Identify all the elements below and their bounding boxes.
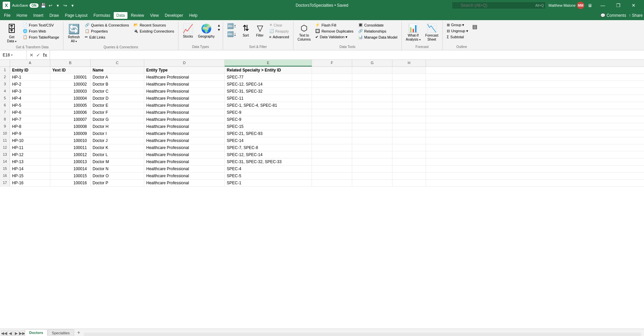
- sort-za-button[interactable]: 🔤↓: [225, 30, 238, 38]
- cancel-formula-icon[interactable]: ✕: [29, 52, 34, 58]
- advanced-button[interactable]: ≡ Advanced: [267, 34, 291, 40]
- cell-8-e[interactable]: SPEC-9: [225, 116, 312, 123]
- cell-13-h[interactable]: [392, 151, 426, 158]
- confirm-formula-icon[interactable]: ✓: [36, 52, 41, 58]
- what-if-button[interactable]: 📊 What-IfAnalysis ▾: [404, 22, 423, 43]
- cell-10-f[interactable]: [312, 130, 352, 137]
- cell-12-e[interactable]: SPEC-7, SPEC-8: [225, 144, 312, 151]
- cell-2-e[interactable]: SPEC-77: [225, 74, 312, 81]
- cell-9-b[interactable]: 100008: [50, 123, 91, 130]
- col-header-e[interactable]: E: [225, 60, 312, 66]
- row-num-8[interactable]: 8: [0, 116, 10, 123]
- cell-10-d[interactable]: Healthcare Professional: [144, 130, 225, 137]
- cell-3-g[interactable]: [352, 81, 392, 88]
- cell-16-g[interactable]: [352, 173, 392, 179]
- redo-icon[interactable]: ↪: [63, 3, 68, 8]
- row-num-13[interactable]: 13: [0, 151, 10, 158]
- cell-12-h[interactable]: [392, 144, 426, 151]
- cell-15-a[interactable]: HP-14: [10, 165, 50, 172]
- cell-1-c[interactable]: Name: [91, 67, 144, 74]
- cell-9-a[interactable]: HP-8: [10, 123, 50, 130]
- cell-5-d[interactable]: Healthcare Professional: [144, 95, 225, 102]
- cell-10-e[interactable]: SPEC-21, SPEC-93: [225, 130, 312, 137]
- cell-3-a[interactable]: HP-2: [10, 81, 50, 88]
- cell-7-g[interactable]: [352, 109, 392, 116]
- cell-15-d[interactable]: Healthcare Professional: [144, 165, 225, 172]
- cell-3-c[interactable]: Doctor B: [91, 81, 144, 88]
- edit-links-button[interactable]: ✏ Edit Links: [83, 34, 131, 40]
- cell-3-d[interactable]: Healthcare Professional: [144, 81, 225, 88]
- row-num-9[interactable]: 9: [0, 123, 10, 130]
- insert-function-icon[interactable]: fx: [42, 52, 48, 58]
- cell-15-f[interactable]: [312, 165, 352, 172]
- remove-duplicates-button[interactable]: 🔲 Remove Duplicates: [313, 28, 355, 34]
- cell-15-h[interactable]: [392, 165, 426, 172]
- outline-expand-button[interactable]: ▤: [471, 22, 479, 31]
- search-wrapper[interactable]: 🔍 Alt+Q: [452, 2, 546, 9]
- existing-connections-button[interactable]: 🔌 Existing Connections: [131, 28, 176, 34]
- cell-4-e[interactable]: SPEC-31, SPEC-32: [225, 88, 312, 95]
- row-num-11[interactable]: 11: [0, 137, 10, 144]
- cell-8-a[interactable]: HP-7: [10, 116, 50, 123]
- cell-6-b[interactable]: 100005: [50, 102, 91, 109]
- cell-9-d[interactable]: Healthcare Professional: [144, 123, 225, 130]
- row-num-15[interactable]: 15: [0, 165, 10, 172]
- cell-16-b[interactable]: 100015: [50, 173, 91, 179]
- cell-1-e[interactable]: Related Specialty > Entity ID: [225, 67, 312, 74]
- cell-7-h[interactable]: [392, 109, 426, 116]
- cell-16-a[interactable]: HP-15: [10, 173, 50, 179]
- reapply-button[interactable]: 🔄 Reapply: [267, 28, 291, 34]
- cell-1-f[interactable]: [312, 67, 352, 74]
- cell-17-e[interactable]: SPEC-1: [225, 180, 312, 186]
- cell-5-g[interactable]: [352, 95, 392, 102]
- cell-9-h[interactable]: [392, 123, 426, 130]
- cell-5-f[interactable]: [312, 95, 352, 102]
- row-num-10[interactable]: 10: [0, 130, 10, 137]
- cell-14-b[interactable]: 100013: [50, 158, 91, 165]
- cell-4-b[interactable]: 100003: [50, 88, 91, 95]
- cell-5-b[interactable]: 100004: [50, 95, 91, 102]
- cell-13-f[interactable]: [312, 151, 352, 158]
- undo-dropdown-icon[interactable]: ▾: [55, 3, 61, 8]
- menu-home[interactable]: Home: [14, 12, 30, 19]
- cell-16-f[interactable]: [312, 173, 352, 179]
- row-num-5[interactable]: 5: [0, 95, 10, 102]
- cell-7-a[interactable]: HP-6: [10, 109, 50, 116]
- formula-input[interactable]: [50, 53, 644, 57]
- cell-8-c[interactable]: Doctor G: [91, 116, 144, 123]
- data-types-scroll-up[interactable]: ▲: [217, 23, 221, 27]
- cell-11-g[interactable]: [352, 137, 392, 144]
- menu-view[interactable]: View: [148, 12, 162, 19]
- cell-4-h[interactable]: [392, 88, 426, 95]
- cell-1-b[interactable]: Yext ID: [50, 67, 91, 74]
- menu-data[interactable]: Data: [114, 12, 127, 19]
- row-num-12[interactable]: 12: [0, 144, 10, 151]
- cell-15-c[interactable]: Doctor N: [91, 165, 144, 172]
- col-header-g[interactable]: G: [352, 60, 392, 66]
- menu-insert[interactable]: Insert: [31, 12, 46, 19]
- relationships-button[interactable]: 🔗 Relationships: [356, 28, 399, 34]
- cell-8-h[interactable]: [392, 116, 426, 123]
- cell-5-a[interactable]: HP-4: [10, 95, 50, 102]
- cell-5-c[interactable]: Doctor D: [91, 95, 144, 102]
- cell-1-h[interactable]: [392, 67, 426, 74]
- cell-11-c[interactable]: Doctor J: [91, 137, 144, 144]
- group-button[interactable]: ⊞ Group ▾: [445, 22, 470, 28]
- spreadsheet-body[interactable]: 1 Entity ID Yext ID Name Entity Type Rel…: [0, 67, 644, 329]
- cell-6-g[interactable]: [352, 102, 392, 109]
- cell-10-c[interactable]: Doctor I: [91, 130, 144, 137]
- ungroup-button[interactable]: ⊟ Ungroup ▾: [445, 28, 470, 34]
- cell-16-e[interactable]: SPEC-5: [225, 173, 312, 179]
- from-table-button[interactable]: 📋 From Table/Range: [21, 34, 61, 40]
- row-num-14[interactable]: 14: [0, 158, 10, 165]
- forecast-sheet-button[interactable]: 📉 ForecastSheet: [423, 22, 440, 43]
- cell-3-b[interactable]: 100002: [50, 81, 91, 88]
- row-num-17[interactable]: 17: [0, 180, 10, 186]
- cell-17-d[interactable]: Healthcare Professional: [144, 180, 225, 186]
- cell-7-c[interactable]: Doctor F: [91, 109, 144, 116]
- cell-6-c[interactable]: Doctor E: [91, 102, 144, 109]
- data-validation-button[interactable]: ✔ Data Validation ▾: [313, 34, 355, 40]
- cell-10-g[interactable]: [352, 130, 392, 137]
- row-num-3[interactable]: 3: [0, 81, 10, 88]
- row-num-6[interactable]: 6: [0, 102, 10, 109]
